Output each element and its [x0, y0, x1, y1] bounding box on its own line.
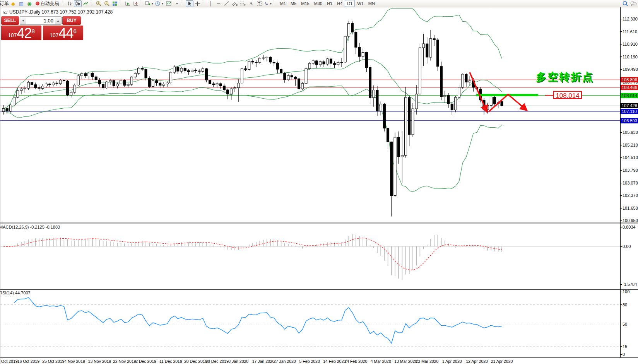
- price-highlight-label: 107.110: [621, 109, 638, 114]
- candle-body: [312, 61, 314, 63]
- sell-button[interactable]: SELL: [1, 16, 19, 25]
- price-tick-mark: [620, 220, 622, 221]
- candle-body: [166, 83, 168, 84]
- candle-body: [184, 68, 186, 70]
- candle-body: [287, 75, 289, 80]
- buy-button[interactable]: BUY: [62, 16, 81, 25]
- price-tick-mark: [620, 56, 622, 57]
- rsi-tick-label: 80: [623, 302, 627, 307]
- time-axis-label: 27 Jan 2020: [274, 359, 296, 364]
- price-tick-mark: [620, 19, 622, 19]
- candle-body: [501, 101, 503, 106]
- buy-price-display[interactable]: 107 44 6: [43, 26, 83, 40]
- down-arrow-annotation: [470, 72, 486, 111]
- pane-separator-rsi[interactable]: [0, 288, 638, 290]
- candle-body: [376, 90, 378, 111]
- candle-body: [454, 97, 457, 110]
- candle-body: [383, 104, 385, 128]
- price-tick-mark: [620, 157, 622, 158]
- time-axis-label: 11 Dec 2019: [159, 359, 182, 364]
- candle-body: [380, 104, 382, 111]
- price-tick-label: 103.790: [623, 168, 638, 173]
- price-tick-label: 103.070: [623, 181, 638, 185]
- candle-body: [56, 83, 58, 84]
- candle-body: [316, 61, 318, 65]
- candle-body: [429, 39, 432, 57]
- macd-tick-label: 0.00: [623, 244, 631, 249]
- price-tick-label: 100.950: [623, 218, 638, 223]
- candle-body: [319, 62, 322, 65]
- candle-body: [191, 70, 193, 72]
- candle-body: [340, 62, 343, 63]
- candle-body: [148, 78, 151, 86]
- candle-body: [280, 69, 282, 73]
- candle-body: [141, 68, 144, 69]
- candle-body: [91, 73, 94, 77]
- candle-body: [63, 80, 65, 81]
- candle-body: [344, 36, 346, 62]
- price-tick-label: 111.610: [623, 29, 637, 34]
- price-tick-mark: [620, 31, 622, 32]
- price-tick-label: 105.930: [623, 130, 638, 135]
- bollinger-band-line: [3, 86, 502, 192]
- volume-input[interactable]: [26, 17, 55, 24]
- candle-body: [334, 63, 336, 65]
- macd-tick-label: 0.8034: [623, 225, 636, 229]
- price-highlight-label: 107.428: [621, 103, 638, 108]
- pane-separator-macd[interactable]: [0, 222, 638, 224]
- chart-title-row: USDJPY-,Daily 107.673 107.752 107.392 10…: [3, 9, 113, 15]
- turning-point-annotation[interactable]: 多空转折点: [536, 70, 594, 84]
- candle-body: [230, 89, 233, 94]
- time-axis-label: 20 Dec 2019: [184, 359, 207, 364]
- candle-body: [67, 81, 69, 95]
- candle-body: [251, 61, 254, 62]
- candle-body: [358, 47, 361, 56]
- candle-body: [465, 74, 467, 82]
- macd-tick-mark: [620, 284, 622, 285]
- candle-body: [426, 44, 428, 57]
- candle-body: [486, 105, 489, 109]
- candle-body: [2, 108, 5, 111]
- candle-body: [31, 82, 33, 85]
- candle-body: [20, 89, 22, 91]
- sell-price-display[interactable]: 107 42 8: [1, 26, 41, 40]
- candle-body: [130, 77, 133, 84]
- candle-body: [216, 84, 218, 85]
- price-highlight-label: 108.896: [621, 77, 638, 82]
- candle-body: [227, 90, 229, 94]
- candle-body: [223, 86, 225, 90]
- price-tick-mark: [620, 132, 622, 133]
- candle-body: [234, 88, 236, 89]
- sell-price-sup: 8: [32, 26, 35, 37]
- time-axis-label: 30 Dec 2019: [205, 359, 229, 364]
- candle-body: [237, 83, 239, 88]
- level-price-label[interactable]: 108.014: [553, 91, 582, 99]
- time-axis-label: 16 Oct 2019: [17, 359, 39, 364]
- candle-body: [355, 32, 357, 47]
- time-axis-label: 25 Oct 2019: [42, 359, 64, 364]
- time-axis-label: 13 Nov 2019: [88, 359, 111, 364]
- price-tick-label: 102.370: [623, 193, 638, 198]
- price-tick-mark: [620, 145, 622, 145]
- candle-body: [120, 80, 122, 84]
- one-click-trading-panel: SELL ▼ ▲ BUY 107 42 8 107 44 6: [1, 16, 86, 40]
- price-tick-label: 109.490: [623, 67, 638, 72]
- candle-body: [351, 23, 354, 32]
- volume-increase-button[interactable]: ▲: [55, 17, 61, 24]
- candle-body: [273, 62, 275, 63]
- candle-body: [248, 61, 250, 69]
- candle-body: [70, 92, 72, 95]
- candle-body: [74, 85, 76, 92]
- candle-body: [77, 76, 79, 85]
- time-axis-label: 12 Apr 2020: [466, 359, 488, 364]
- time-axis-label: 5 Feb 2020: [299, 359, 320, 364]
- chart-canvas[interactable]: [0, 0, 638, 364]
- candle-body: [262, 58, 265, 58]
- volume-decrease-button[interactable]: ▼: [20, 17, 26, 24]
- candle-body: [266, 57, 268, 58]
- time-axis-label: 24 Feb 2020: [344, 359, 367, 364]
- candle-body: [362, 53, 364, 57]
- candle-body: [291, 75, 293, 77]
- rsi-tick-label: 100: [623, 289, 629, 294]
- candle-body: [330, 59, 332, 63]
